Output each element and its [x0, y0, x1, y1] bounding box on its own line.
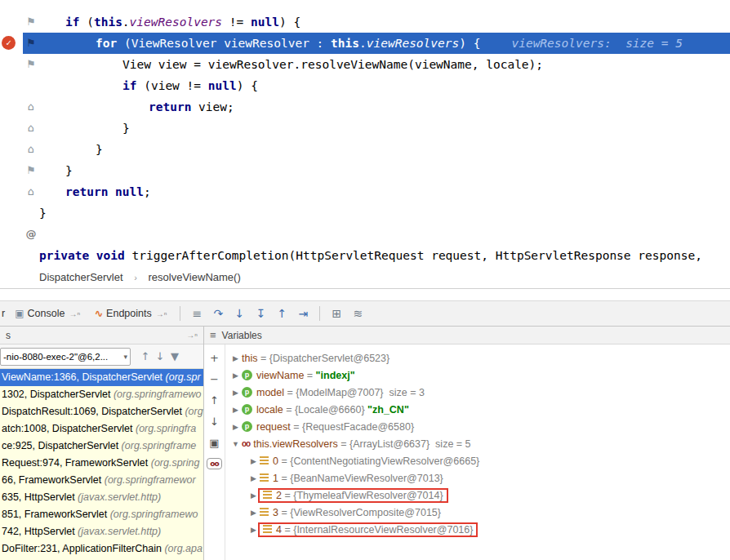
variable-row[interactable]: ▶4 = {InternalResourceViewResolver@7016}: [225, 521, 730, 538]
code-line[interactable]: }: [0, 118, 730, 139]
frame-row[interactable]: DispatchResult:1069, DispatcherServlet (…: [0, 403, 203, 420]
frame-row[interactable]: atch:1008, DispatcherServlet (org.spring…: [0, 420, 203, 438]
frames-panel: s →ⁿ -nio-8080-exec-2"@6,2... ▾ ↑↓▼ View…: [0, 327, 204, 560]
bookmark-flag-icon[interactable]: ⚑: [24, 14, 38, 30]
copy-value-icon[interactable]: ▣: [209, 437, 219, 449]
frame-row[interactable]: 66, FrameworkServlet (org.springframewor: [0, 472, 203, 489]
variable-row[interactable]: ▶plocale = {Locale@6660} "zh_CN": [225, 401, 730, 418]
code-line[interactable]: }: [0, 139, 730, 160]
frame-row[interactable]: ce:925, DispatcherServlet (org.springfra…: [0, 438, 203, 455]
variable-content: 1 = {BeanNameViewResolver@7013}: [260, 473, 443, 484]
expand-arrow-icon[interactable]: ▶: [247, 509, 260, 517]
code-line[interactable]: if (this.viewResolvers != null) {: [0, 11, 730, 33]
breadcrumb-method[interactable]: resolveViewName(): [149, 271, 241, 283]
thread-selector[interactable]: -nio-8080-exec-2"@6,2... ▾: [0, 348, 131, 366]
step-over-icon[interactable]: ↷: [207, 307, 229, 320]
expand-arrow-icon[interactable]: ▼: [229, 440, 242, 448]
code-line[interactable]: }: [0, 202, 730, 224]
view-as-table-icon[interactable]: ⊞: [326, 307, 347, 320]
debugger-tab-partial[interactable]: r: [0, 308, 7, 319]
frame-row[interactable]: 851, FrameworkServlet (org.springframewo: [0, 506, 203, 523]
code-line[interactable]: }: [0, 160, 730, 181]
variable-row[interactable]: ▶this = {DispatcherServlet@6523}: [225, 349, 730, 367]
expand-arrow-icon[interactable]: ▶: [229, 389, 242, 397]
popout-icon[interactable]: →ⁿ: [186, 331, 198, 340]
expand-arrow-icon[interactable]: ▶: [247, 474, 260, 482]
code-line[interactable]: return view;: [0, 96, 730, 118]
equals-sign: =: [278, 507, 290, 518]
frame-location: Request:974, FrameworkServlet: [2, 457, 151, 469]
variable-row[interactable]: ▶2 = {ThymeleafViewResolver@7014}: [225, 487, 730, 504]
annotation-icon[interactable]: @: [24, 226, 38, 242]
tab-endpoints[interactable]: ∿Endpoints→ⁿ: [87, 301, 174, 326]
frame-row[interactable]: ViewName:1366, DispatcherServlet (org.sp…: [0, 369, 203, 386]
run-to-cursor-icon[interactable]: ⇥: [292, 307, 314, 320]
expand-arrow-icon[interactable]: ▶: [247, 457, 260, 465]
force-step-into-icon[interactable]: ↧: [250, 307, 271, 320]
execution-point-icon[interactable]: ⚑: [24, 35, 38, 51]
home-marker-icon[interactable]: ⌂: [24, 141, 38, 158]
tool-tabs: ▣Console→ⁿ∿Endpoints→ⁿ: [7, 301, 174, 326]
frame-row[interactable]: 1302, DispatcherServlet (org.springframe…: [0, 386, 203, 403]
frame-package: (org.spring: [151, 457, 200, 469]
frame-row[interactable]: Request:974, FrameworkServlet (org.sprin…: [0, 455, 203, 472]
code-text: if (view != null) {: [0, 75, 730, 96]
remove-watch-icon[interactable]: −: [210, 373, 219, 385]
frames-list: ViewName:1366, DispatcherServlet (org.sp…: [0, 369, 203, 560]
settings-menu-icon[interactable]: ≡: [186, 307, 207, 320]
code-editor[interactable]: if (this.viewResolvers != null) {for (Vi…: [0, 0, 730, 266]
breakpoint-verified-icon[interactable]: ✓: [2, 36, 16, 50]
vars-toolbar: +−↑↓▣oo: [204, 344, 225, 560]
tab-console-label: Console: [28, 308, 65, 319]
bookmark-flag-icon[interactable]: ⚑: [24, 162, 38, 179]
variable-value: {ModelMap@7007}: [296, 387, 383, 398]
code-line[interactable]: View view = viewResolver.resolveViewName…: [0, 54, 730, 75]
breadcrumb-class[interactable]: DispatcherServlet: [39, 271, 123, 283]
scroll-down-icon[interactable]: ↓: [210, 416, 219, 428]
variable-row[interactable]: ▶0 = {ContentNegotiatingViewResolver@666…: [225, 452, 730, 469]
variable-row[interactable]: ▼oothis.viewResolvers = {ArrayList@6637}…: [225, 435, 730, 452]
variable-row[interactable]: ▶pmodel = {ModelMap@7007} size = 3: [225, 384, 730, 401]
layout-settings-icon[interactable]: ≋: [347, 307, 368, 320]
variable-size: size = 5: [430, 438, 470, 450]
variable-value: {InternalResourceViewResolver@7016}: [293, 524, 473, 536]
variables-menu-icon[interactable]: ≡: [210, 329, 216, 341]
expand-arrow-icon[interactable]: ▶: [229, 354, 242, 362]
code-line[interactable]: if (view != null) {: [0, 75, 730, 96]
thread-selector-value: -nio-8080-exec-2"@6,2...: [3, 352, 108, 362]
code-line[interactable]: [0, 224, 730, 245]
variable-row[interactable]: ▶1 = {BeanNameViewResolver@7013}: [225, 469, 730, 487]
variable-row[interactable]: ▶3 = {ViewResolverComposite@7015}: [225, 504, 730, 521]
prev-frame-icon[interactable]: ↑: [138, 350, 153, 362]
expand-arrow-icon[interactable]: ▶: [229, 406, 242, 414]
code-line[interactable]: private void triggerAfterCompletion(Http…: [0, 245, 730, 266]
step-into-icon[interactable]: ↓: [229, 307, 250, 320]
scroll-up-icon[interactable]: ↑: [210, 394, 219, 407]
frame-location: 851, FrameworkServlet: [2, 509, 110, 520]
variable-row[interactable]: ▶pviewName = "indexj": [225, 367, 730, 384]
home-marker-icon[interactable]: ⌂: [24, 120, 38, 136]
bookmark-flag-icon[interactable]: ⚑: [24, 56, 38, 73]
add-watch-icon[interactable]: +: [210, 352, 219, 364]
expand-arrow-icon[interactable]: ▶: [229, 423, 242, 431]
equals-sign: =: [284, 387, 296, 398]
watches-toggle-icon[interactable]: oo: [207, 458, 221, 469]
code-text: return null;: [0, 181, 730, 202]
frame-row[interactable]: DoFilter:231, ApplicationFilterChain (or…: [0, 540, 203, 558]
code-line[interactable]: for (ViewResolver viewResolver : this.vi…: [0, 33, 730, 54]
next-frame-icon[interactable]: ↓: [153, 350, 167, 362]
code-text: }: [0, 118, 730, 139]
home-marker-icon[interactable]: ⌂: [24, 99, 38, 115]
tab-console[interactable]: ▣Console→ⁿ: [7, 301, 87, 326]
code-line[interactable]: return null;: [0, 181, 730, 202]
equals-sign: =: [257, 353, 269, 364]
variable-row[interactable]: ▶prequest = {RequestFacade@6580}: [225, 418, 730, 435]
variable-name: this.viewResolvers: [253, 438, 338, 450]
home-marker-icon[interactable]: ⌂: [24, 184, 38, 200]
expand-arrow-icon[interactable]: ▶: [229, 371, 242, 380]
filter-frames-icon[interactable]: ▼: [167, 350, 182, 362]
step-out-icon[interactable]: ↑: [271, 307, 292, 320]
chevron-down-icon: ▾: [122, 353, 127, 361]
frame-row[interactable]: 742, HttpServlet (javax.servlet.http): [0, 523, 203, 540]
frame-row[interactable]: 635, HttpServlet (javax.servlet.http): [0, 489, 203, 506]
